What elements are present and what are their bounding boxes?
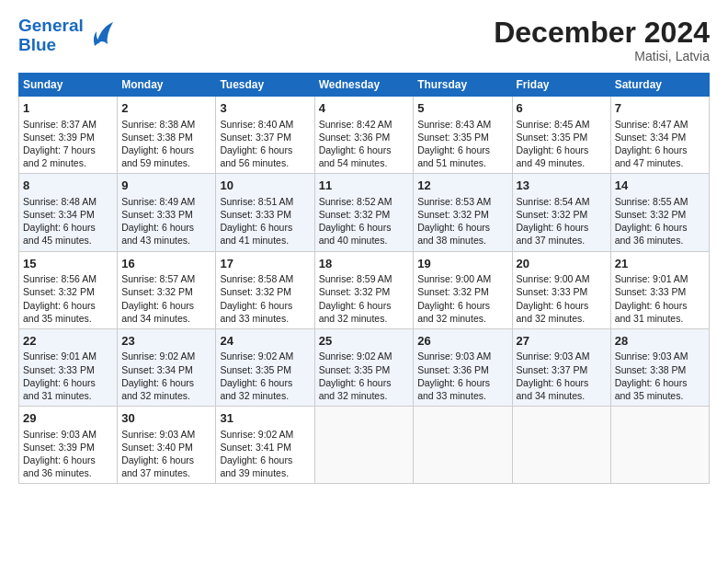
daylight-text: Daylight: 6 hours and 34 minutes. [121, 300, 194, 324]
day-number: 27 [517, 333, 607, 350]
daylight-text: Daylight: 6 hours and 35 minutes. [23, 300, 96, 324]
sunset-text: Sunset: 3:36 PM [417, 364, 489, 375]
sunset-text: Sunset: 3:33 PM [220, 209, 291, 220]
daylight-text: Daylight: 6 hours and 33 minutes. [220, 300, 292, 324]
daylight-text: Daylight: 6 hours and 37 minutes. [121, 454, 194, 478]
calendar-cell: 27Sunrise: 9:03 AMSunset: 3:37 PMDayligh… [512, 328, 610, 406]
col-header-wednesday: Wednesday [314, 74, 414, 97]
calendar-cell [512, 407, 610, 484]
calendar-cell: 4Sunrise: 8:42 AMSunset: 3:36 PMDaylight… [314, 97, 414, 174]
calendar-cell: 8Sunrise: 8:48 AMSunset: 3:34 PMDaylight… [19, 174, 118, 251]
sunrise-text: Sunrise: 8:37 AM [23, 119, 97, 130]
day-number: 5 [417, 100, 507, 117]
sunset-text: Sunset: 3:32 PM [417, 286, 489, 297]
daylight-text: Daylight: 6 hours and 34 minutes. [517, 377, 589, 401]
calendar-cell: 9Sunrise: 8:49 AMSunset: 3:33 PMDaylight… [118, 174, 216, 251]
daylight-text: Daylight: 6 hours and 59 minutes. [121, 144, 194, 168]
daylight-text: Daylight: 6 hours and 31 minutes. [23, 377, 96, 401]
sunrise-text: Sunrise: 8:57 AM [121, 273, 195, 284]
sunrise-text: Sunrise: 9:03 AM [121, 429, 195, 440]
calendar-cell: 2Sunrise: 8:38 AMSunset: 3:38 PMDaylight… [118, 97, 216, 174]
col-header-thursday: Thursday [414, 74, 512, 97]
calendar-week-4: 22Sunrise: 9:01 AMSunset: 3:33 PMDayligh… [19, 328, 710, 406]
day-number: 12 [417, 178, 507, 194]
calendar-cell: 25Sunrise: 9:02 AMSunset: 3:35 PMDayligh… [314, 328, 414, 406]
calendar-cell: 22Sunrise: 9:01 AMSunset: 3:33 PMDayligh… [19, 328, 118, 406]
day-number: 7 [615, 100, 705, 117]
calendar: SundayMondayTuesdayWednesdayThursdayFrid… [18, 73, 710, 484]
day-number: 2 [121, 100, 211, 117]
sunset-text: Sunset: 3:33 PM [23, 364, 95, 375]
calendar-cell: 20Sunrise: 9:00 AMSunset: 3:33 PMDayligh… [512, 251, 610, 328]
day-number: 9 [121, 178, 211, 194]
day-number: 29 [23, 410, 113, 427]
sunset-text: Sunset: 3:34 PM [615, 132, 687, 143]
day-number: 20 [517, 256, 607, 272]
sunset-text: Sunset: 3:32 PM [615, 209, 687, 220]
calendar-cell: 18Sunrise: 8:59 AMSunset: 3:32 PMDayligh… [314, 251, 414, 328]
day-number: 24 [220, 333, 310, 350]
sunrise-text: Sunrise: 9:02 AM [121, 350, 195, 362]
calendar-week-5: 29Sunrise: 9:03 AMSunset: 3:39 PMDayligh… [19, 407, 710, 484]
daylight-text: Daylight: 6 hours and 37 minutes. [517, 222, 589, 246]
day-number: 14 [615, 178, 705, 194]
calendar-cell: 7Sunrise: 8:47 AMSunset: 3:34 PMDaylight… [610, 97, 709, 174]
daylight-text: Daylight: 6 hours and 38 minutes. [417, 222, 490, 246]
day-number: 23 [121, 333, 211, 350]
daylight-text: Daylight: 6 hours and 45 minutes. [23, 222, 96, 246]
day-number: 8 [23, 178, 113, 194]
sunset-text: Sunset: 3:34 PM [23, 209, 95, 220]
daylight-text: Daylight: 6 hours and 40 minutes. [319, 222, 392, 246]
day-number: 11 [319, 178, 410, 194]
day-number: 6 [517, 100, 607, 117]
day-number: 16 [121, 256, 211, 272]
day-number: 3 [220, 100, 310, 117]
sunrise-text: Sunrise: 8:52 AM [319, 196, 392, 207]
col-header-sunday: Sunday [19, 74, 118, 97]
calendar-cell: 3Sunrise: 8:40 AMSunset: 3:37 PMDaylight… [216, 97, 314, 174]
calendar-cell: 21Sunrise: 9:01 AMSunset: 3:33 PMDayligh… [610, 251, 709, 328]
sunrise-text: Sunrise: 8:40 AM [220, 119, 293, 130]
daylight-text: Daylight: 6 hours and 32 minutes. [319, 300, 392, 324]
sunrise-text: Sunrise: 8:43 AM [417, 119, 491, 130]
sunrise-text: Sunrise: 8:42 AM [319, 119, 392, 130]
sunrise-text: Sunrise: 9:03 AM [517, 350, 590, 362]
sunset-text: Sunset: 3:35 PM [220, 364, 291, 375]
calendar-cell: 31Sunrise: 9:02 AMSunset: 3:41 PMDayligh… [216, 407, 314, 484]
daylight-text: Daylight: 6 hours and 49 minutes. [517, 144, 589, 168]
sunrise-text: Sunrise: 9:01 AM [23, 350, 97, 362]
calendar-cell: 30Sunrise: 9:03 AMSunset: 3:40 PMDayligh… [118, 407, 216, 484]
sunrise-text: Sunrise: 8:55 AM [615, 196, 688, 207]
sunrise-text: Sunrise: 8:58 AM [220, 273, 293, 284]
calendar-cell: 19Sunrise: 9:00 AMSunset: 3:32 PMDayligh… [414, 251, 512, 328]
day-number: 22 [23, 333, 113, 350]
calendar-cell: 1Sunrise: 8:37 AMSunset: 3:39 PMDaylight… [19, 97, 118, 174]
sunset-text: Sunset: 3:33 PM [615, 286, 687, 297]
sunrise-text: Sunrise: 8:54 AM [517, 196, 590, 207]
daylight-text: Daylight: 6 hours and 32 minutes. [319, 377, 392, 401]
day-number: 26 [417, 333, 507, 350]
sunrise-text: Sunrise: 8:47 AM [615, 119, 688, 130]
logo: General Blue [18, 17, 115, 55]
logo-line2: Blue [18, 36, 84, 55]
sunset-text: Sunset: 3:35 PM [517, 132, 588, 143]
daylight-text: Daylight: 6 hours and 33 minutes. [417, 377, 490, 401]
calendar-cell: 6Sunrise: 8:45 AMSunset: 3:35 PMDaylight… [512, 97, 610, 174]
daylight-text: Daylight: 6 hours and 54 minutes. [319, 144, 392, 168]
calendar-cell [414, 407, 512, 484]
daylight-text: Daylight: 6 hours and 51 minutes. [417, 144, 490, 168]
calendar-cell: 28Sunrise: 9:03 AMSunset: 3:38 PMDayligh… [610, 328, 709, 406]
day-number: 21 [615, 256, 705, 272]
location: Matisi, Latvia [494, 49, 710, 63]
sunrise-text: Sunrise: 9:03 AM [417, 350, 491, 362]
sunrise-text: Sunrise: 9:00 AM [517, 273, 590, 284]
sunrise-text: Sunrise: 8:56 AM [23, 273, 97, 284]
sunset-text: Sunset: 3:32 PM [121, 286, 193, 297]
calendar-cell: 14Sunrise: 8:55 AMSunset: 3:32 PMDayligh… [610, 174, 709, 251]
daylight-text: Daylight: 6 hours and 31 minutes. [615, 300, 688, 324]
day-number: 1 [23, 100, 113, 117]
daylight-text: Daylight: 6 hours and 32 minutes. [517, 300, 589, 324]
sunset-text: Sunset: 3:39 PM [23, 442, 95, 453]
logo-bird-icon [87, 18, 115, 52]
sunrise-text: Sunrise: 8:53 AM [417, 196, 491, 207]
